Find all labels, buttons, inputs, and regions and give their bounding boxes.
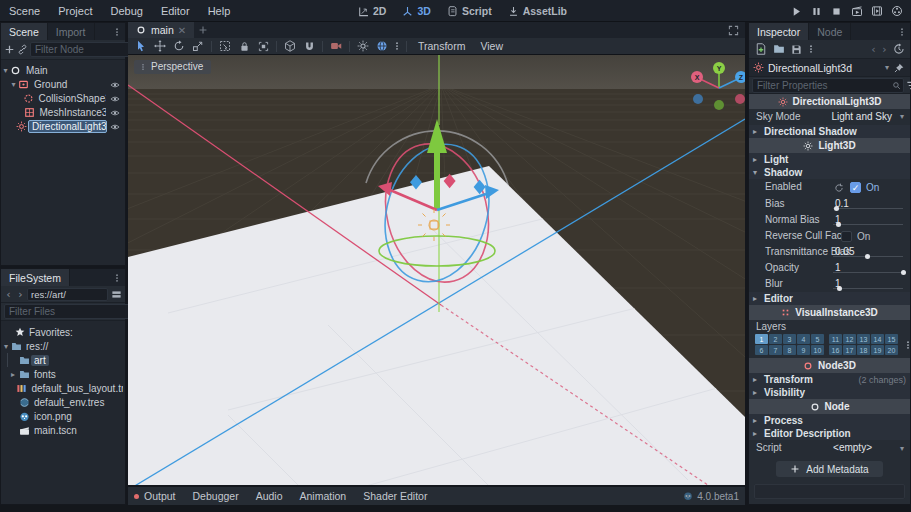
layer-cell[interactable]: 14 xyxy=(871,334,884,344)
section-editor[interactable]: ▸Editor xyxy=(749,292,910,305)
menu-project[interactable]: Project xyxy=(49,5,101,17)
movie-maker-button[interactable] xyxy=(888,3,905,19)
layer-cell[interactable]: 9 xyxy=(797,345,810,355)
close-tab-icon[interactable]: ✕ xyxy=(178,25,186,36)
visibility-eye-icon[interactable] xyxy=(107,106,123,117)
section-directional-shadow[interactable]: ▸Directional Shadow xyxy=(749,125,910,138)
normal-bias-slider[interactable]: 1 xyxy=(833,212,903,228)
layer-cell[interactable]: 12 xyxy=(843,334,856,344)
tab-scene[interactable]: Scene xyxy=(1,23,48,40)
add-node-button[interactable] xyxy=(4,42,15,58)
menu-editor[interactable]: Editor xyxy=(152,5,199,17)
snap-button[interactable] xyxy=(300,39,318,54)
instance-scene-button[interactable] xyxy=(17,42,28,58)
blur-slider[interactable]: 1 xyxy=(833,276,903,292)
filesystem-menu-icon[interactable] xyxy=(109,269,125,286)
workspace-script-button[interactable]: Script xyxy=(441,0,498,22)
layer-cell[interactable]: 1 xyxy=(755,334,768,344)
section-shadow[interactable]: ▾Shadow xyxy=(749,166,910,179)
visibility-eye-icon[interactable] xyxy=(107,78,123,89)
revert-property-icon[interactable] xyxy=(833,180,845,196)
scene-dock-menu-icon[interactable] xyxy=(109,23,125,40)
new-scene-tab-button[interactable] xyxy=(194,22,211,38)
chevron-down-icon[interactable]: ▾ xyxy=(900,444,904,453)
viewport-canvas[interactable]: X Y Z xyxy=(128,55,745,485)
fs-entry-art[interactable]: art xyxy=(1,353,125,367)
layer-cell[interactable]: 16 xyxy=(829,345,842,355)
layer-cell[interactable]: 18 xyxy=(857,345,870,355)
reverse-cull-face-checkbox[interactable]: ✓ xyxy=(841,231,852,242)
resource-menu-icon[interactable] xyxy=(806,41,816,57)
play-button[interactable] xyxy=(788,3,805,19)
favorites-header[interactable]: Favorites: xyxy=(1,325,125,339)
history-back-icon[interactable]: ‹ xyxy=(868,41,879,57)
bottom-tab-audio[interactable]: Audio xyxy=(249,490,290,502)
fs-entry-res[interactable]: ▾ res:// xyxy=(1,339,125,353)
play-scene-button[interactable] xyxy=(848,3,865,19)
stop-button[interactable] xyxy=(828,3,845,19)
enabled-checkbox[interactable]: ✓ xyxy=(850,182,861,193)
group-node-button[interactable] xyxy=(254,39,272,54)
fs-entry-fonts[interactable]: ▸ fonts xyxy=(1,367,125,381)
select-mode-button[interactable] xyxy=(132,39,150,54)
save-resource-button[interactable] xyxy=(788,41,805,57)
workspace-assetlib-button[interactable]: AssetLib xyxy=(502,0,573,22)
fs-entry-default-bus-layout[interactable]: default_bus_layout.tres xyxy=(1,381,125,395)
view-menu[interactable]: View xyxy=(473,40,510,52)
history-icon[interactable] xyxy=(890,41,907,57)
scale-mode-button[interactable] xyxy=(189,39,207,54)
layer-cell[interactable]: 6 xyxy=(755,345,768,355)
load-resource-button[interactable] xyxy=(770,41,787,57)
tab-filesystem[interactable]: FileSystem xyxy=(1,269,70,286)
visibility-eye-icon[interactable] xyxy=(107,92,123,103)
sun-environment-menu-icon[interactable] xyxy=(392,39,402,54)
chevron-down-icon[interactable]: ▾ xyxy=(900,112,904,121)
list-select-button[interactable] xyxy=(216,39,234,54)
scene-node-ground[interactable]: ▾ Ground xyxy=(1,77,125,91)
extra-resource-options-icon[interactable] xyxy=(892,60,906,76)
layer-cell[interactable]: 8 xyxy=(783,345,796,355)
fs-entry-icon-png[interactable]: icon.png xyxy=(1,409,125,423)
new-resource-button[interactable] xyxy=(752,41,769,57)
add-metadata-button[interactable]: Add Metadata xyxy=(776,461,882,477)
nav-forward-icon[interactable]: › xyxy=(15,288,26,301)
visibility-eye-icon[interactable] xyxy=(107,120,123,131)
move-mode-button[interactable] xyxy=(151,39,169,54)
opacity-slider[interactable]: 1 xyxy=(833,260,903,276)
layer-cell[interactable]: 4 xyxy=(797,334,810,344)
tab-node[interactable]: Node xyxy=(809,23,851,40)
layer-cell[interactable]: 7 xyxy=(769,345,782,355)
sky-mode-value[interactable]: Light and Sky xyxy=(831,111,892,122)
transmittance-bias-slider[interactable]: 0.05 xyxy=(833,244,903,260)
layer-cell[interactable]: 19 xyxy=(871,345,884,355)
section-transform[interactable]: ▸Transform (2 changes) xyxy=(749,373,910,386)
current-path[interactable]: res://art/ xyxy=(27,288,108,301)
tab-inspector[interactable]: Inspector xyxy=(749,23,809,40)
bottom-tab-shader-editor[interactable]: Shader Editor xyxy=(356,490,434,502)
menu-debug[interactable]: Debug xyxy=(101,5,151,17)
layers-menu-icon[interactable] xyxy=(903,334,910,355)
3d-viewport[interactable]: X Y Z Perspective xyxy=(128,55,745,485)
fs-entry-default-env[interactable]: default_env.tres xyxy=(1,395,125,409)
layer-cell[interactable]: 17 xyxy=(843,345,856,355)
layer-cell[interactable]: 10 xyxy=(811,345,824,355)
fs-entry-main-tscn[interactable]: main.tscn xyxy=(1,423,125,437)
filter-properties-input[interactable] xyxy=(752,78,904,93)
script-value[interactable]: <empty> xyxy=(833,442,872,453)
nav-back-icon[interactable]: ‹ xyxy=(3,288,14,301)
scene-node-main[interactable]: ▾ Main xyxy=(1,63,125,77)
bottom-tab-animation[interactable]: Animation xyxy=(293,490,354,502)
menu-help[interactable]: Help xyxy=(199,5,240,17)
layer-cell[interactable]: 15 xyxy=(885,334,898,344)
edited-node-name[interactable]: DirectionalLight3d xyxy=(768,62,882,74)
section-light[interactable]: ▸Light xyxy=(749,153,910,166)
section-process[interactable]: ▸Process xyxy=(749,414,910,427)
scene-node-collisionshape3d[interactable]: CollisionShape3d xyxy=(1,91,125,105)
preview-environment-button[interactable] xyxy=(373,39,391,54)
menu-scene[interactable]: Scene xyxy=(0,5,49,17)
scene-node-meshinstance3d[interactable]: MeshInstance3d xyxy=(1,105,125,119)
preview-sun-button[interactable] xyxy=(354,39,372,54)
override-camera-button[interactable] xyxy=(327,39,345,54)
layer-cell[interactable]: 2 xyxy=(769,334,782,344)
toggle-split-mode-icon[interactable] xyxy=(109,286,123,302)
